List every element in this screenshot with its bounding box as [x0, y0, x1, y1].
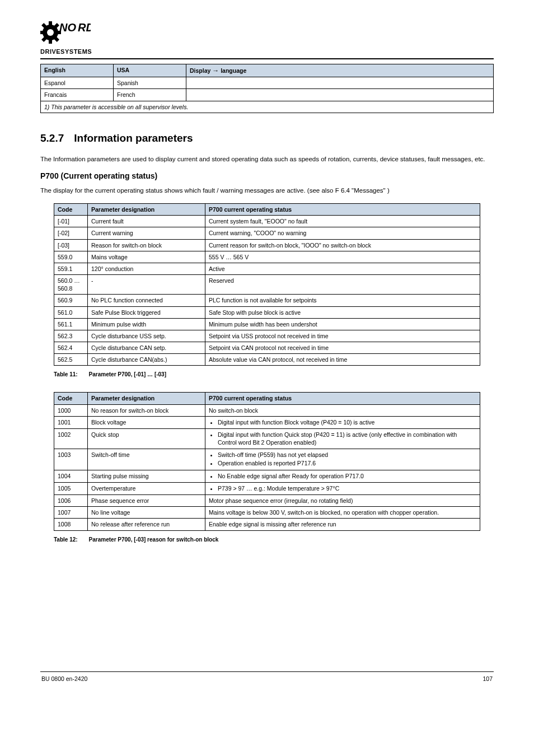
- svg-text:NO: NO: [59, 21, 76, 34]
- cell: PLC function is not available for setpoi…: [205, 295, 480, 306]
- svg-point-1: [47, 29, 54, 36]
- cell: 560.9: [54, 295, 88, 306]
- table-footnote: 1) This parameter is accessible on all s…: [41, 101, 494, 113]
- cell: -: [88, 275, 205, 295]
- header-rule: [40, 58, 494, 59]
- cell: Minimum pulse width: [88, 318, 205, 330]
- cell: [-03]: [54, 239, 88, 251]
- cell: Cycle disturbance USS setp.: [88, 330, 205, 342]
- cell: Current warning, "COOO" no warning: [205, 227, 480, 239]
- cell: Setpoint via USS protocol not received i…: [205, 330, 480, 342]
- table-12-caption: Table 12: Parameter P700, [-03] reason f…: [54, 536, 494, 543]
- p700-block-reason-table: Code Parameter designation P700 current …: [54, 392, 480, 530]
- cell: Mains voltage: [88, 251, 205, 263]
- svg-rect-3: [49, 39, 52, 44]
- cell: No reason for switch-on block: [88, 404, 205, 416]
- cell: 1005: [54, 482, 88, 494]
- cell: 561.1: [54, 318, 88, 330]
- cell: No release after reference run: [88, 519, 205, 530]
- cell: Switch-off time: [88, 449, 205, 470]
- cell: Safe Stop with pulse block is active: [205, 306, 480, 318]
- th-param: Parameter designation: [88, 204, 205, 216]
- cell: 120° conduction: [88, 263, 205, 274]
- cell: Reason for switch-on block: [88, 239, 205, 251]
- cell: 559.1: [54, 263, 88, 274]
- cell: No switch-on block: [205, 404, 480, 416]
- cell: Espanol: [41, 77, 114, 89]
- cell: Quick stop: [88, 428, 205, 449]
- language-table: English USA Display → language Espanol S…: [40, 64, 494, 113]
- cell: 560.0 … 560.8: [54, 275, 88, 295]
- cell: Digital input with function Block voltag…: [205, 416, 480, 428]
- th-p700: P700 current operating status: [205, 204, 480, 216]
- svg-rect-4: [40, 31, 44, 34]
- cell: Enable edge signal is missing after refe…: [205, 519, 480, 530]
- cell: 562.5: [54, 354, 88, 366]
- cell: [186, 77, 494, 89]
- cell: 1001: [54, 416, 88, 428]
- th-display-lang: Display → language: [186, 64, 494, 77]
- cell: 555 V … 565 V: [205, 251, 480, 263]
- th-usa: USA: [114, 64, 186, 77]
- arrow-right-icon: →: [212, 67, 219, 74]
- cell: P739 > 97 … e.g.: Module temperature > 9…: [205, 482, 480, 494]
- footer-rule: [40, 671, 494, 672]
- section-number: 5.2.7: [40, 132, 64, 144]
- brand-logo: NO RD DRIVESYSTEMS: [40, 18, 494, 55]
- cell: Cycle disturbance CAN setp.: [88, 342, 205, 354]
- cell: No PLC function connected: [88, 295, 205, 306]
- cell: Absolute value via CAN protocol, not rec…: [205, 354, 480, 366]
- cell: Phase sequence error: [88, 495, 205, 507]
- cell: Block voltage: [88, 416, 205, 428]
- th-code: Code: [54, 393, 88, 404]
- th-english: English: [41, 64, 114, 77]
- cell: Reserved: [205, 275, 480, 295]
- cell: Current reason for switch-on block, "IOO…: [205, 239, 480, 251]
- th-p700: P700 current operating status: [205, 393, 480, 404]
- cell: 559.0: [54, 251, 88, 263]
- cell: [-02]: [54, 227, 88, 239]
- p700-heading: P700 (Current operating status): [40, 171, 494, 180]
- table-11-caption: Table 11: Parameter P700, [-01] … [-03]: [54, 371, 494, 377]
- cell: Current fault: [88, 216, 205, 227]
- cell: Francais: [41, 89, 114, 101]
- cell: Mains voltage is below 300 V, switch-on …: [205, 507, 480, 519]
- svg-rect-2: [49, 21, 52, 26]
- nord-logo: NO RD: [40, 18, 494, 47]
- brand-subtitle: DRIVESYSTEMS: [40, 48, 494, 55]
- cell: 1002: [54, 428, 88, 449]
- footer-page-number: 107: [483, 675, 493, 682]
- cell: Safe Pulse Block triggered: [88, 306, 205, 318]
- cell: French: [114, 89, 186, 101]
- cell: 1000: [54, 404, 88, 416]
- page-footer: BU 0800 en-2420 107: [40, 675, 494, 682]
- cell: Cycle disturbance CAN(abs.): [88, 354, 205, 366]
- cell: No line voltage: [88, 507, 205, 519]
- cell: Spanish: [114, 77, 186, 89]
- cell: [-01]: [54, 216, 88, 227]
- cell: Overtemperature: [88, 482, 205, 494]
- svg-text:RD: RD: [78, 21, 91, 34]
- cell: Starting pulse missing: [88, 470, 205, 482]
- cell: 562.4: [54, 342, 88, 354]
- p700-text: The display for the current operating st…: [40, 186, 494, 195]
- cell: Current warning: [88, 227, 205, 239]
- cell: No Enable edge signal after Ready for op…: [205, 470, 480, 482]
- cell: Setpoint via CAN protocol not received i…: [205, 342, 480, 354]
- th-code: Code: [54, 204, 88, 216]
- cell: Current system fault, "EOOO" no fault: [205, 216, 480, 227]
- section-title-text: Information parameters: [74, 132, 193, 144]
- section-heading: 5.2.7 Information parameters: [40, 132, 494, 144]
- cell: 561.0: [54, 306, 88, 318]
- cell: Switch-off time (P559) has not yet elaps…: [205, 449, 480, 470]
- cell: [186, 89, 494, 101]
- cell: 1004: [54, 470, 88, 482]
- footer-left: BU 0800 en-2420: [41, 675, 87, 682]
- cell: 1006: [54, 495, 88, 507]
- cell: 1003: [54, 449, 88, 470]
- cell: Motor phase sequence error (irregular, n…: [205, 495, 480, 507]
- cell: Active: [205, 263, 480, 274]
- cell: Digital input with function Quick stop (…: [205, 428, 480, 449]
- section-intro: The Information parameters are used to d…: [40, 155, 494, 164]
- cell: Minimum pulse width has been undershot: [205, 318, 480, 330]
